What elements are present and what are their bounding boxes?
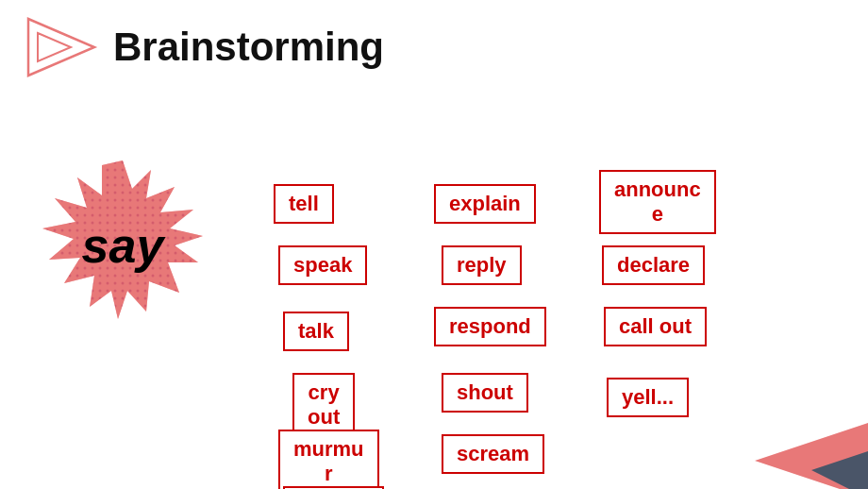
center-word: say <box>82 217 164 274</box>
header: Brainstorming <box>0 0 868 94</box>
center-word-container: say <box>28 151 217 340</box>
word-box-scream: scream <box>442 434 544 474</box>
word-box-respond: respond <box>434 307 546 346</box>
word-box-murmur: murmu r <box>278 430 379 489</box>
word-box-speak: speak <box>278 245 367 285</box>
word-box-explain: explain <box>434 184 536 224</box>
word-box-cry-out: cry out <box>292 373 355 437</box>
word-box-yell: yell... <box>607 378 689 417</box>
bottom-right-decoration <box>755 404 868 489</box>
logo-triangles <box>19 9 104 85</box>
word-box-declare: declare <box>602 245 705 285</box>
word-box-reply: reply <box>442 245 522 285</box>
word-box-call-out: call out <box>604 307 707 346</box>
starburst: say <box>38 160 208 330</box>
page-title: Brainstorming <box>113 25 384 70</box>
word-box-shout: shout <box>442 373 528 413</box>
word-box-talk: talk <box>283 312 349 351</box>
main-content: say tellexplainannounc espeakreplydeclar… <box>0 94 868 489</box>
word-box-tell: tell <box>274 184 334 224</box>
svg-marker-1 <box>38 33 71 61</box>
word-box-announce: announc e <box>599 170 716 234</box>
